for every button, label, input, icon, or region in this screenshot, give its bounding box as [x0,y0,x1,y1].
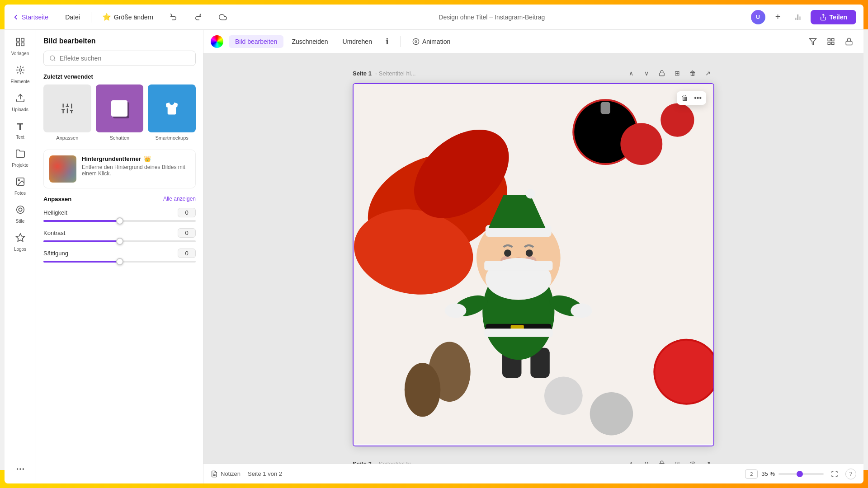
fotos-icon [15,177,25,189]
delete-ctx-btn[interactable]: 🗑 [681,94,689,102]
filter-icon-btn[interactable] [806,34,820,49]
slider-label-row: Kontrast 0 [43,228,196,238]
zoom-thumb[interactable] [797,471,803,477]
keyboard-shortcut-btn[interactable]: 2 [745,469,758,479]
page2-title: Seite 2 [353,460,372,464]
search-input[interactable] [60,55,190,62]
sidebar-item-more[interactable] [6,460,34,480]
canvas-scroll[interactable]: Seite 1 - Seitentitel hi... ∧ ∨ ⊞ 🗑 [203,53,863,464]
zoom-slider[interactable] [778,473,824,475]
page1-duplicate[interactable]: ⊞ [671,67,684,80]
page1-chevron-down[interactable]: ∨ [640,67,653,80]
crown-icon: 👑 [144,155,151,162]
effect-schatten[interactable]: Schatten [96,84,144,141]
sidebar-item-uploads[interactable]: Uploads [6,89,34,116]
context-menu[interactable]: 🗑 ••• [677,91,706,105]
help-button[interactable]: ? [845,469,856,479]
grosse-button[interactable]: ⭐ Größe ändern [97,10,159,24]
fit-screen-button[interactable] [827,467,842,481]
add-user-button[interactable]: + [771,10,785,24]
toolbar-left: Startseite Datei ⭐ Größe ändern [12,10,233,24]
bg-remover[interactable]: Hintergrundentferner 👑 Entferne den Hint… [43,150,196,188]
sidebar-item-projekte[interactable]: Projekte [6,145,34,171]
adjust-title: Anpassen [43,196,71,202]
sidebar-item-elemente[interactable]: Elemente [6,61,34,88]
star-icon: ⭐ [102,13,111,21]
page2-chevron-down[interactable]: ∨ [640,457,653,464]
adjust-link[interactable]: Alle anzeigen [163,196,196,202]
page2-subtitle: - Seitentitel hi... [375,460,416,464]
grid-icon-btn[interactable] [824,34,838,49]
redo-icon [194,13,202,21]
umdrehen-tab[interactable]: Umdrehen [336,35,378,48]
svg-point-61 [445,304,467,318]
animation-tab[interactable]: Animation [406,35,457,48]
helligkeit-slider[interactable] [43,220,196,222]
sidebar-item-fotos[interactable]: Fotos [6,173,34,199]
undo-button[interactable] [164,10,183,24]
svg-point-50 [590,392,633,436]
sidebar-item-text[interactable]: T Text [6,117,34,143]
slider-thumb[interactable] [116,258,123,265]
sidebar-item-label: Logos [14,247,26,252]
slider-thumb[interactable] [116,217,123,225]
page1-slide[interactable]: 🗑 ••• [353,83,714,446]
page2-chevron-up[interactable]: ∧ [625,457,637,464]
page2-delete[interactable]: 🗑 [686,457,699,464]
zuschneiden-tab[interactable]: Zuschneiden [285,35,334,48]
effect-label: Anpassen [56,135,78,141]
sidebar-item-vorlagen[interactable]: Vorlagen [6,33,34,60]
page1-title: Seite 1 [353,70,372,77]
page1-chevron-up[interactable]: ∧ [625,67,637,80]
page1-delete[interactable]: 🗑 [686,67,699,80]
color-wheel[interactable] [211,35,223,48]
effect-anpassen[interactable]: Anpassen [43,84,91,141]
bild-bearbeiten-tab[interactable]: Bild bearbeiten [229,35,283,48]
back-button[interactable]: Startseite [12,13,48,21]
redo-button[interactable] [189,10,208,24]
svg-point-48 [497,384,545,432]
sidebar-item-logos[interactable]: Logos [6,229,34,255]
effects-panel: Bild bearbeiten Zuletzt verwendet Anpass… [36,30,203,483]
page1-actions: ∧ ∨ ⊞ 🗑 ↗ [625,67,714,80]
tshirt-icon [165,101,179,116]
zoom-track[interactable] [778,473,824,475]
page1-lock[interactable] [656,67,668,80]
svg-point-30 [415,41,417,42]
sliders-icon [61,102,74,115]
notes-button[interactable]: Notizen [211,470,241,478]
svg-rect-34 [832,42,834,44]
page1-wrapper: Seite 1 - Seitentitel hi... ∧ ∨ ⊞ 🗑 [353,67,714,446]
page-indicator: Seite 1 von 2 [248,470,282,477]
slider-thumb[interactable] [116,238,123,245]
svg-rect-37 [660,73,665,75]
slider-label: Kontrast [43,230,65,236]
share-button[interactable]: Teilen [811,10,856,24]
svg-line-19 [54,60,55,61]
page1-share[interactable]: ↗ [702,67,714,80]
info-button[interactable]: ℹ [380,34,395,49]
user-avatar[interactable]: U [751,10,765,24]
more-ctx-btn[interactable]: ••• [694,94,702,102]
page2-duplicate[interactable]: ⊞ [671,457,684,464]
filter-icon [809,38,817,46]
chart-button[interactable] [791,10,805,24]
sattigung-slider[interactable] [43,261,196,263]
search-box[interactable] [43,51,196,66]
lock-icon-btn[interactable] [842,34,856,49]
divider [400,36,401,47]
page1-header: Seite 1 - Seitentitel hi... ∧ ∨ ⊞ 🗑 [353,67,714,80]
effect-smartmockups[interactable]: Smartmockups [148,84,196,141]
slider-value: 0 [178,249,196,258]
cloud-button[interactable] [213,10,233,24]
page2-lock[interactable] [656,457,668,464]
sidebar-item-stile[interactable]: Stile [6,201,34,227]
svg-rect-6 [21,43,24,46]
kontrast-slider[interactable] [43,240,196,242]
svg-point-44 [620,123,662,165]
back-label: Startseite [22,14,48,21]
page2-share[interactable]: ↗ [702,457,714,464]
effect-label: Smartmockups [155,135,188,141]
datei-button[interactable]: Datei [60,11,85,23]
svg-point-29 [413,38,419,44]
